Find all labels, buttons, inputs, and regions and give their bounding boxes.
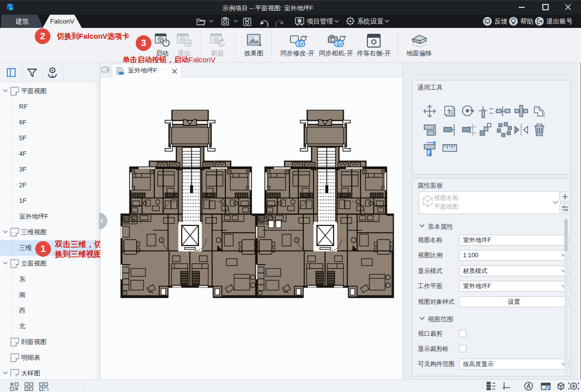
svg-text:项目管理: 项目管理 (307, 18, 334, 25)
svg-text:帮助: 帮助 (520, 18, 533, 25)
svg-text:退出账号: 退出账号 (546, 18, 573, 25)
svg-text:反馈: 反馈 (494, 18, 508, 25)
svg-text:系统设置: 系统设置 (357, 18, 384, 25)
